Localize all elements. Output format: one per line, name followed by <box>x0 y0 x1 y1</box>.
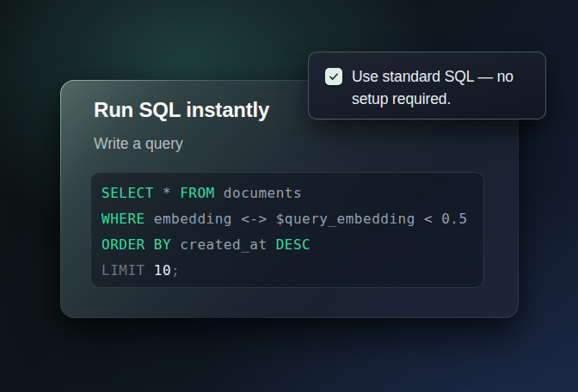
code-line: LIMIT 10; <box>101 258 483 284</box>
code-line: WHERE embedding <-> $query_embedding < 0… <box>101 206 483 232</box>
checked-checkbox[interactable] <box>325 68 342 85</box>
code-line: ORDER BY created_at DESC <box>101 232 483 258</box>
callout-text: Use standard SQL — no setup required. <box>352 65 532 110</box>
card-subtitle: Write a query <box>94 135 183 153</box>
checkmark-icon <box>328 70 340 83</box>
card-title: Run SQL instantly <box>94 98 269 122</box>
hero-canvas: { "card": { "title": "Run SQL instantly"… <box>0 0 578 392</box>
sql-query-editor[interactable]: SELECT * FROM documentsWHERE embedding <… <box>90 172 484 288</box>
standard-sql-callout: Use standard SQL — no setup required. <box>308 52 546 119</box>
code-line: SELECT * FROM documents <box>101 181 483 206</box>
